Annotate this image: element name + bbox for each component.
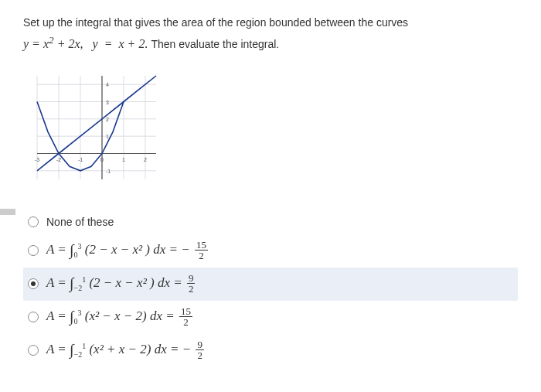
margin-marker xyxy=(0,209,15,215)
svg-text:-1: -1 xyxy=(106,169,111,174)
option-opt-a[interactable]: A = ∫03 (2 − x − x² ) dx = − 152 xyxy=(23,234,518,268)
question-prompt: Set up the integral that gives the area … xyxy=(23,15,518,31)
radio-none[interactable] xyxy=(28,216,39,227)
svg-text:2: 2 xyxy=(144,156,147,162)
option-none[interactable]: None of these xyxy=(23,210,518,234)
svg-text:4: 4 xyxy=(106,82,109,87)
svg-text:-3: -3 xyxy=(35,156,39,162)
radio-opt-d[interactable] xyxy=(28,345,39,356)
option-label: A = ∫−21 (2 − x − x² ) dx = 92 xyxy=(46,274,196,295)
graph-plot: -3-2-1012-11234 xyxy=(23,62,518,196)
svg-text:0: 0 xyxy=(100,156,104,162)
svg-text:2: 2 xyxy=(106,117,109,122)
option-label: A = ∫−21 (x² + x − 2) dx = − 92 xyxy=(46,340,206,361)
option-opt-b[interactable]: A = ∫−21 (2 − x − x² ) dx = 92 xyxy=(23,268,518,301)
svg-text:-1: -1 xyxy=(78,156,83,162)
option-opt-d[interactable]: A = ∫−21 (x² + x − 2) dx = − 92 xyxy=(23,334,518,367)
option-label: None of these xyxy=(46,216,114,228)
svg-text:1: 1 xyxy=(106,134,109,139)
svg-text:3: 3 xyxy=(106,99,109,104)
graph-svg: -3-2-1012-11234 xyxy=(23,62,170,193)
svg-text:1: 1 xyxy=(122,156,125,162)
option-opt-c[interactable]: A = ∫03 (x² − x − 2) dx = 152 xyxy=(23,301,518,334)
radio-opt-c[interactable] xyxy=(28,312,39,322)
option-label: A = ∫03 (x² − x − 2) dx = 152 xyxy=(46,307,194,328)
options-group: None of theseA = ∫03 (2 − x − x² ) dx = … xyxy=(23,210,518,367)
radio-opt-b[interactable] xyxy=(28,278,39,289)
question-equation: y = x2 + 2x, y = x + 2. Then evaluate th… xyxy=(23,34,518,51)
radio-opt-a[interactable] xyxy=(28,245,39,256)
option-label: A = ∫03 (2 − x − x² ) dx = − 152 xyxy=(46,240,209,261)
svg-text:-2: -2 xyxy=(56,156,61,162)
